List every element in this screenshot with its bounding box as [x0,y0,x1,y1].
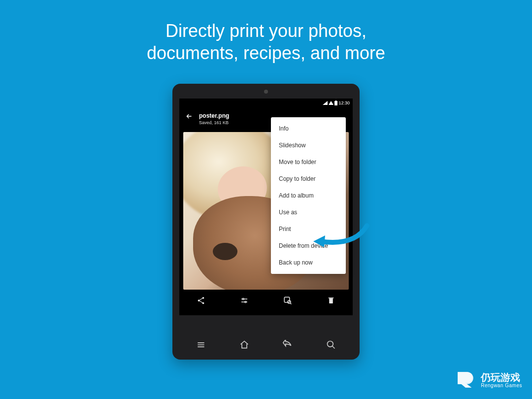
file-info: Saved, 161 KB [199,120,229,125]
appbar-title-block: poster.png Saved, 161 KB [199,112,229,125]
nav-back-icon[interactable] [283,340,293,350]
watermark-text-en: Rengwan Games [481,383,522,388]
svg-rect-1 [335,100,336,101]
status-time: 12:30 [338,100,350,105]
photo-region-dog-nose [213,243,237,260]
menu-item-add-to-album[interactable]: Add to album [271,187,346,204]
nav-menu-icon[interactable] [196,340,206,350]
tablet-camera [264,90,268,94]
menu-item-info[interactable]: Info [271,120,346,137]
delete-icon[interactable] [327,296,335,305]
svg-point-4 [202,302,204,304]
image-search-icon[interactable] [283,296,292,305]
svg-point-6 [245,301,246,303]
tablet-screen: 12:30 poster.png Saved, 161 KB Info [179,99,353,315]
battery-icon [334,100,337,105]
promo-headline: Directly print your photos, documents, r… [0,0,532,64]
back-arrow-icon[interactable] [185,112,193,120]
tune-icon[interactable] [240,296,249,305]
svg-rect-7 [284,297,290,302]
watermark-logo-icon [455,369,476,390]
headline-line-2: documents, recipes, and more [0,42,532,64]
menu-item-use-as[interactable]: Use as [271,204,346,221]
svg-point-2 [202,297,204,299]
nav-search-icon[interactable] [326,340,336,350]
file-name: poster.png [199,112,229,119]
headline-line-1: Directly print your photos, [0,20,532,42]
svg-point-11 [328,341,333,347]
svg-point-5 [242,299,244,300]
photo-action-bar [179,291,353,310]
signal-icon [323,101,328,105]
svg-point-3 [198,299,200,301]
svg-rect-9 [329,299,333,304]
menu-item-back-up-now[interactable]: Back up now [271,254,346,271]
watermark: 仍玩游戏 Rengwan Games [455,369,522,390]
system-nav-bar [179,336,353,354]
watermark-text-cn: 仍玩游戏 [481,372,522,383]
menu-item-slideshow[interactable]: Slideshow [271,137,346,154]
menu-item-print[interactable]: Print [271,221,346,237]
status-bar: 12:30 [179,99,353,107]
svg-rect-0 [334,101,337,105]
menu-item-copy-to-folder[interactable]: Copy to folder [271,170,346,187]
menu-item-move-to-folder[interactable]: Move to folder [271,154,346,170]
tablet-frame: 12:30 poster.png Saved, 161 KB Info [172,84,360,360]
wifi-icon [329,101,333,105]
menu-item-delete-from-device[interactable]: Delete from device [271,237,346,254]
watermark-text: 仍玩游戏 Rengwan Games [481,372,522,388]
share-icon[interactable] [197,296,205,305]
nav-home-icon[interactable] [239,340,249,350]
svg-rect-10 [329,298,334,299]
context-menu: Info Slideshow Move to folder Copy to fo… [271,117,346,274]
